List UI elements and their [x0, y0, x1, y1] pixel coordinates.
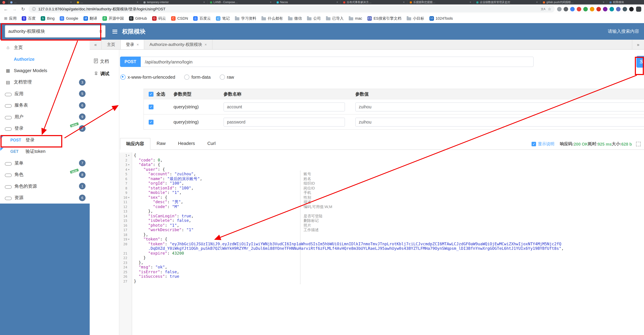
row-checkbox[interactable]: ✓ — [149, 104, 154, 109]
extension-icon[interactable] — [616, 7, 620, 11]
bookmark-item[interactable]: GGitHub — [129, 16, 147, 20]
response-tab-raw[interactable]: Raw — [150, 138, 172, 150]
bookmark-item[interactable]: mac — [349, 16, 362, 20]
browser-tab[interactable]: 分布式事务解决方…× — [341, 0, 407, 4]
browser-tab[interactable]: gitlab push代码报错…× — [540, 0, 607, 4]
browser-tab[interactable]: LANB - Compose…× — [208, 0, 274, 4]
browser-tab[interactable]: 乐观锁和悲观锁…× — [407, 0, 474, 4]
sidebar-item[interactable]: 服务表6 — [0, 100, 90, 111]
sidebar-item[interactable]: 资源6 — [0, 192, 90, 204]
site-info-icon[interactable]: ⓘ — [32, 6, 36, 12]
fold-icon[interactable]: ▾ — [128, 167, 131, 172]
response-tab-响应内容[interactable]: 响应内容 — [120, 138, 150, 150]
fold-icon[interactable]: ▾ — [128, 153, 131, 158]
fullscreen-icon[interactable] — [636, 142, 640, 146]
header-search-input[interactable]: 请输入搜索内容 — [608, 28, 639, 34]
fold-icon[interactable]: ▾ — [128, 195, 131, 200]
collapse-tabs-icon[interactable]: « — [90, 40, 102, 49]
doc-nav-debug[interactable]: 调试 — [90, 68, 119, 80]
content-tab[interactable]: Authorize-authority-权限模块× — [144, 40, 212, 49]
request-path-input[interactable]: /api/authority/anno/login — [141, 56, 534, 67]
content-type-radio[interactable]: form-data — [184, 74, 210, 80]
tab-close-icon[interactable]: × — [603, 1, 604, 4]
bookmark-item[interactable]: 云百度云 — [193, 16, 211, 21]
tab-close-icon[interactable]: × — [270, 1, 272, 4]
reload-icon[interactable]: ↻ — [20, 6, 26, 12]
bookmark-item[interactable]: bBing — [41, 16, 54, 20]
sidebar-item[interactable]: 角色NEW8 — [0, 169, 90, 180]
extension-icon[interactable] — [622, 7, 627, 11]
fold-icon[interactable]: ▾ — [128, 162, 131, 167]
window-close-button[interactable] — [2, 1, 5, 4]
tab-close-icon[interactable]: × — [336, 1, 338, 4]
send-button[interactable]: 发送 — [636, 56, 644, 68]
bookmark-item[interactable]: 微信 — [288, 16, 302, 21]
extension-icon[interactable] — [603, 7, 608, 11]
bookmark-item[interactable]: 译翻译 — [83, 16, 97, 21]
content-tab[interactable]: 登录× — [121, 40, 144, 49]
sidebar-item[interactable]: 菜单7 — [0, 157, 90, 169]
content-type-radio[interactable]: raw — [220, 74, 234, 80]
bookmark-item[interactable]: 已导入 — [326, 16, 344, 21]
sidebar-api-post[interactable]: POST登录 — [0, 134, 90, 146]
bookmark-item[interactable]: 记笔记 — [216, 16, 230, 21]
bookmark-star-icon[interactable]: ☆ — [548, 7, 551, 11]
sidebar-api-get[interactable]: GET验证token — [0, 146, 90, 157]
tab-close-icon[interactable]: × — [470, 1, 471, 4]
tab-close-icon[interactable]: × — [203, 1, 205, 4]
row-checkbox[interactable]: ✓ — [149, 120, 154, 124]
bookmark-item[interactable]: GGoogle — [60, 16, 78, 20]
extension-icon[interactable] — [596, 7, 601, 11]
url-bar[interactable]: ⓘ 127.0.0.1:8760/api/gate/doc.html#/auth… — [29, 6, 555, 12]
profile-avatar[interactable] — [636, 6, 641, 12]
browser-tab[interactable]: …× — [8, 0, 74, 4]
extension-icon[interactable] — [610, 7, 614, 11]
browser-tab[interactable]: temporary-interior× — [141, 0, 208, 4]
tab-close-icon[interactable]: × — [70, 1, 72, 4]
select-all-checkbox[interactable]: ✓ — [149, 92, 154, 96]
extension-icon[interactable] — [583, 7, 588, 11]
browser-tab[interactable]: Nacos× — [274, 0, 341, 4]
tab-close-icon[interactable]: × — [204, 42, 207, 46]
bookmark-item[interactable]: 小目标 — [406, 16, 424, 21]
browser-tab[interactable]: 企业级数据库管理及监控× — [474, 0, 540, 4]
bookmark-item[interactable]: G码云 — [152, 16, 166, 21]
sidebar-item[interactable]: ▤文档管理3 — [0, 76, 90, 88]
bookmark-item[interactable]: 开开源中国 — [102, 16, 124, 21]
doc-nav-doc[interactable]: 文档 — [90, 55, 119, 68]
fold-icon[interactable]: ▾ — [128, 237, 131, 242]
response-tab-curl[interactable]: Curl — [201, 138, 222, 150]
tab-close-icon[interactable]: × — [136, 42, 139, 46]
bookmark-item[interactable]: ⊞应用 — [4, 16, 16, 21]
back-icon[interactable]: ← — [3, 6, 9, 12]
sidebar-item[interactable]: ▦Swagger Models — [0, 65, 90, 76]
bookmark-item[interactable]: ESES搜索引擎文档 — [367, 16, 401, 21]
bookmark-item[interactable]: 什么都有 — [262, 16, 283, 21]
browser-tab[interactable]: 权限模块× — [607, 0, 644, 4]
menu-toggle-icon[interactable] — [112, 30, 117, 33]
sidebar-item[interactable]: 用户9 — [0, 111, 90, 123]
bookmark-item[interactable]: 公司 — [307, 16, 321, 21]
bookmark-item[interactable]: 学习资料 — [235, 16, 256, 21]
extension-icon[interactable] — [577, 7, 581, 11]
tab-close-icon[interactable]: × — [403, 1, 404, 4]
param-value-input[interactable]: zuihou — [355, 102, 644, 111]
response-body-editor[interactable]: 1▾{2 "code": 0,3▾ "data": {4▾ "user": {5… — [119, 152, 644, 335]
response-tab-headers[interactable]: Headers — [172, 138, 201, 150]
sidebar-item[interactable]: 登录NEW2 — [0, 123, 90, 134]
browser-tab[interactable]: …× — [74, 0, 141, 4]
forward-icon[interactable]: → — [12, 6, 18, 12]
content-tab[interactable]: 主页 — [102, 40, 121, 49]
show-desc-checkbox[interactable]: ✓ — [532, 142, 536, 146]
extension-icon[interactable] — [570, 7, 575, 11]
bookmark-item[interactable]: CCSDN — [171, 16, 188, 20]
param-name-input[interactable]: password — [224, 118, 345, 126]
tab-close-icon[interactable]: × — [536, 1, 538, 4]
translate-icon[interactable]: 文A — [541, 7, 546, 11]
sidebar-item[interactable]: Authorize — [0, 53, 90, 65]
bookmark-item[interactable]: 百百度 — [22, 16, 36, 21]
extension-icon[interactable] — [590, 7, 594, 11]
extension-icon[interactable] — [564, 7, 568, 11]
extension-icon[interactable] — [629, 7, 634, 11]
bookmark-item[interactable]: 101024Tools — [429, 16, 453, 20]
